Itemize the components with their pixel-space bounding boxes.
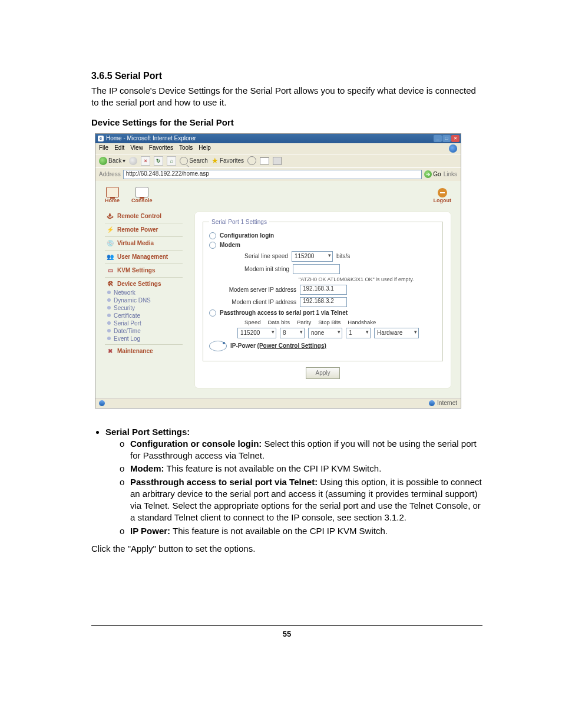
option-label: Configuration login — [220, 232, 274, 239]
list-title: Serial Port Settings: — [105, 427, 190, 437]
stopbits-select[interactable]: 1 — [346, 328, 371, 338]
back-button[interactable]: Back ▾ — [99, 157, 125, 165]
option-passthrough[interactable]: Passthrough access to serial port 1 via … — [209, 309, 437, 317]
figure-caption: Device Settings for the Serial Port — [91, 117, 482, 127]
sidebar-item-certificate[interactable]: Certificate — [105, 312, 183, 319]
apply-button[interactable]: Apply — [306, 367, 340, 379]
sidebar-item-dynamic-dns[interactable]: Dynamic DNS — [105, 297, 183, 304]
search-icon — [180, 157, 188, 165]
list-item-modem: Modem: This feature is not available on … — [120, 463, 482, 475]
sidebar-item-user-management[interactable]: 👥User Management — [105, 252, 183, 262]
radio-icon[interactable] — [209, 309, 216, 317]
radio-icon[interactable] — [209, 341, 227, 351]
menu-tools[interactable]: Tools — [179, 144, 193, 153]
ip-power-label: IP-Power — [230, 342, 257, 349]
option-ip-power[interactable]: IP-Power (Power Control Settings) — [209, 341, 437, 351]
list-item-passthrough: Passthrough access to serial port via Te… — [120, 476, 482, 524]
sidebar-item-remote-power[interactable]: ⚡Remote Power — [105, 225, 183, 235]
settings-panel: Serial Port 1 Settings Configuration log… — [194, 212, 451, 388]
col-stopbits: Stop Bits — [318, 319, 340, 325]
row-client-ip: Modem client IP address 192.168.3.2 — [209, 297, 437, 307]
serial-speed-select[interactable]: 115200 — [292, 251, 333, 262]
sidebar-item-network[interactable]: Network — [105, 289, 183, 297]
menu-file[interactable]: File — [99, 144, 108, 153]
sidebar-item-security[interactable]: Security — [105, 304, 183, 312]
nav-label: Security — [114, 305, 135, 311]
item-label: IP Power: — [130, 526, 170, 536]
status-bar: Internet — [95, 398, 461, 408]
sidebar-item-kvm-settings[interactable]: ▭KVM Settings — [105, 266, 183, 275]
nav-label: Remote Control — [117, 213, 161, 219]
maximize-button[interactable]: □ — [442, 135, 451, 142]
search-button[interactable]: Search — [180, 157, 208, 165]
note-text: "ATZH0 OK ATL0M0&K3X1 OK" is used if emp… — [296, 276, 414, 282]
home-button[interactable]: ⌂ — [167, 156, 176, 166]
nav-label: Maintenance — [117, 348, 153, 354]
init-string-input[interactable] — [293, 264, 340, 274]
list-item-ip-power: IP Power: This feature is not available … — [120, 525, 482, 537]
sidebar-item-serial-port[interactable]: Serial Port — [105, 319, 183, 327]
back-label: Back — [108, 157, 121, 164]
row-server-ip: Modem server IP address 192.168.3.1 — [209, 285, 437, 295]
minimize-button[interactable]: _ — [434, 135, 442, 142]
maintenance-icon: ✖ — [106, 347, 114, 355]
databits-select[interactable]: 8 — [280, 328, 305, 338]
menu-help[interactable]: Help — [199, 144, 211, 153]
power-control-settings-link[interactable]: (Power Control Settings) — [257, 342, 326, 349]
go-button[interactable]: ➜ Go — [424, 170, 441, 178]
handshake-select[interactable]: Hardware — [374, 328, 419, 338]
bullet-icon — [107, 337, 111, 340]
internet-zone-icon — [429, 400, 435, 406]
print-button[interactable] — [273, 157, 282, 165]
links-label[interactable]: Links — [444, 171, 457, 177]
bullet-icon — [107, 314, 111, 317]
item-text: This feature is not available on the CPI… — [170, 526, 388, 536]
parity-select[interactable]: none — [308, 328, 342, 338]
history-button[interactable] — [247, 156, 256, 165]
menu-edit[interactable]: Edit — [114, 144, 124, 153]
forward-button[interactable] — [129, 157, 137, 165]
home-top-button[interactable]: Home — [105, 187, 120, 203]
sidebar-item-maintenance[interactable]: ✖Maintenance — [105, 347, 183, 356]
list-item-config-login: Configuration or console login: Select t… — [120, 438, 482, 462]
item-label: Modem: — [130, 463, 164, 473]
menu-view[interactable]: View — [130, 144, 143, 153]
intro-paragraph: The IP console's Device Settings for the… — [91, 85, 482, 109]
option-label: IP-Power (Power Control Settings) — [230, 342, 326, 349]
page-number: 55 — [91, 625, 482, 638]
logout-top-button[interactable]: Logout — [434, 188, 452, 203]
mail-button[interactable] — [260, 157, 269, 164]
sidebar-item-virtual-media[interactable]: 💿Virtual Media — [105, 239, 183, 248]
stop-button[interactable]: × — [141, 156, 150, 166]
sidebar-item-event-log[interactable]: Event Log — [105, 335, 183, 342]
passthrough-headers: Speed Data bits Parity Stop Bits Handsha… — [209, 319, 437, 325]
console-top-button[interactable]: Console — [131, 187, 153, 203]
row-serial-line-speed: Serial line speed 115200 bits/s — [209, 251, 437, 262]
sidebar-item-device-settings[interactable]: 🛠Device Settings — [105, 279, 183, 289]
speed-select[interactable]: 115200 — [237, 328, 276, 338]
favorites-button[interactable]: ★ Favorites — [211, 156, 244, 165]
address-input[interactable]: http://60.248.192.222/home.asp — [123, 170, 422, 179]
closing-paragraph: Click the "Apply" button to set the opti… — [91, 543, 482, 555]
status-zone-label: Internet — [437, 400, 457, 406]
option-modem[interactable]: Modem — [209, 242, 437, 249]
client-ip-input[interactable]: 192.168.3.2 — [300, 297, 347, 307]
row-init-note: "ATZH0 OK ATL0M0&K3X1 OK" is used if emp… — [209, 276, 437, 282]
close-button[interactable]: × — [451, 135, 459, 142]
window-titlebar: e Home - Microsoft Internet Explorer _ □… — [95, 134, 461, 143]
refresh-button[interactable]: ↻ — [154, 156, 163, 166]
unit-label: bits/s — [336, 253, 350, 259]
server-ip-input[interactable]: 192.168.3.1 — [300, 285, 347, 295]
status-ie-icon — [99, 400, 105, 406]
logout-label: Logout — [434, 197, 452, 203]
col-speed: Speed — [244, 319, 260, 325]
nav-label: Event Log — [114, 335, 140, 342]
nav-label: Dynamic DNS — [114, 297, 151, 304]
sidebar-item-remote-control[interactable]: 🕹Remote Control — [105, 212, 183, 221]
radio-icon[interactable] — [209, 232, 216, 239]
radio-icon[interactable] — [209, 242, 216, 249]
sidebar-item-date-time[interactable]: Date/Time — [105, 327, 183, 335]
media-icon: 💿 — [106, 239, 114, 248]
option-configuration-login[interactable]: Configuration login — [209, 232, 437, 239]
menu-favorites[interactable]: Favorites — [149, 144, 173, 153]
